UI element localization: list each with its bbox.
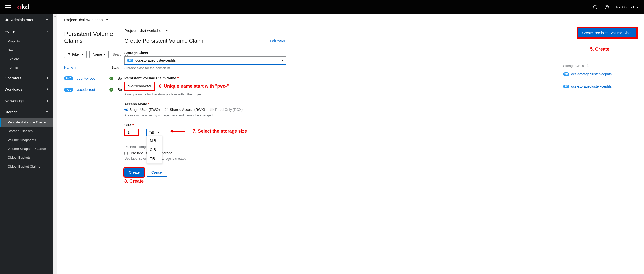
sc-link[interactable]: ocs-storagecluster-cephfs: [571, 72, 612, 76]
hamburger-icon[interactable]: [5, 5, 11, 9]
nav-volume-snapshots[interactable]: Volume Snapshots: [0, 135, 53, 144]
nav-operators[interactable]: Operators: [0, 72, 53, 84]
storage-class-dropdown[interactable]: SC ocs-storagecluster-cephfs: [124, 56, 286, 65]
nav-projects[interactable]: Projects: [0, 37, 53, 46]
pvc-badge: PVC: [64, 76, 73, 80]
size-unit-select[interactable]: TiB MiB GiB TiB: [146, 129, 162, 136]
nav-volume-snapshot-classes[interactable]: Volume Snapshot Classes: [0, 144, 53, 153]
bound-status-icon: [109, 77, 113, 80]
nav-pvc[interactable]: Persistent Volume Claims: [0, 118, 53, 127]
main-content: Project: dsri-workshop Persistent Volume…: [57, 14, 644, 274]
required-asterisk: *: [177, 76, 179, 80]
caret-down-icon: [103, 54, 105, 55]
sort-asc-icon: ↑: [75, 66, 76, 70]
annotation-7: 7. Select the storage size: [193, 129, 247, 134]
nav-storage[interactable]: Storage: [0, 106, 53, 118]
pvc-name-help: A unique name for the storage claim with…: [124, 92, 286, 96]
storage-class-help: Storage class for the new claim: [124, 66, 286, 70]
topbar: okd ? P70068971: [0, 0, 644, 14]
form-project-selector[interactable]: Project: dsri-workshop: [124, 28, 286, 33]
radio-rwx[interactable]: [165, 108, 168, 111]
caret-down-icon: [636, 7, 639, 8]
nav-object-buckets[interactable]: Object Buckets: [0, 153, 53, 162]
nav-explore[interactable]: Explore: [0, 55, 53, 63]
table-row: PVC ubuntu-root Bo: [64, 73, 122, 84]
chevron-right-icon: [47, 100, 48, 102]
nav-search[interactable]: Search: [0, 46, 53, 55]
help-icon[interactable]: ?: [605, 5, 609, 9]
chevron-down-icon: [46, 31, 48, 32]
chevron-down-icon: [46, 111, 48, 113]
pvc-name-input[interactable]: [124, 82, 155, 91]
list-toolbar: Filter Name: [64, 51, 122, 58]
name-filter-button[interactable]: Name: [89, 51, 109, 58]
user-label: P70068971: [616, 5, 634, 9]
pvc-link[interactable]: ubuntu-root: [77, 76, 95, 80]
plus-icon[interactable]: [593, 5, 597, 9]
required-asterisk: *: [148, 102, 149, 106]
use-label-selector-checkbox[interactable]: [124, 152, 128, 155]
page-title: Persistent Volume Claims: [64, 30, 122, 44]
table-header: Name↑ Statu: [64, 66, 122, 70]
bound-status-icon: [109, 88, 113, 92]
nav-events[interactable]: Events: [0, 63, 53, 72]
access-mode-rwo[interactable]: Single User (RWO): [124, 108, 160, 112]
col-storage-class-header[interactable]: Storage Class: [563, 64, 584, 68]
nav-home[interactable]: Home: [0, 26, 53, 37]
nav-workloads[interactable]: Workloads: [0, 84, 53, 95]
unit-option-gib[interactable]: GiB: [147, 145, 162, 154]
filter-button[interactable]: Filter: [64, 51, 87, 58]
user-menu[interactable]: P70068971: [616, 5, 639, 9]
scroll-up-icon[interactable]: [53, 14, 57, 18]
form-title: Create Persistent Volume Claim: [124, 38, 203, 44]
annotation-6: 6. Unique name start with "pvc-": [159, 84, 229, 89]
nav-storage-classes[interactable]: Storage Classes: [0, 127, 53, 135]
sidebar: Administrator Home Projects Search Explo…: [0, 14, 53, 274]
caret-down-icon: [106, 19, 108, 20]
list-column: Persistent Volume Claims Filter Name Nam…: [57, 26, 122, 184]
perspective-switcher[interactable]: Administrator: [0, 14, 53, 26]
unit-option-mib[interactable]: MiB: [147, 136, 162, 145]
form-column: Project: dsri-workshop Create Persistent…: [122, 26, 561, 184]
caret-down-icon: [281, 60, 283, 61]
access-mode-rox: Read Only (ROX): [210, 108, 243, 112]
nav-networking[interactable]: Networking: [0, 95, 53, 106]
kebab-menu[interactable]: [636, 72, 636, 76]
size-label: Size: [124, 123, 131, 127]
filter-icon: [68, 53, 71, 56]
access-mode-rwx[interactable]: Shared Access (RWX): [165, 108, 205, 112]
edit-yaml-link[interactable]: Edit YAML: [270, 39, 286, 43]
pvc-link[interactable]: vscode-root: [77, 88, 95, 92]
storage-class-row: SC ocs-storagecluster-cephfs: [563, 80, 636, 93]
chevron-right-icon: [47, 77, 48, 79]
sort-icon: ⇅: [586, 64, 589, 68]
storage-class-value: ocs-storagecluster-cephfs: [135, 58, 176, 62]
scrollbar-track[interactable]: [53, 14, 57, 274]
annotation-arrow-7: [170, 129, 185, 134]
create-pvc-button[interactable]: Create Persistent Volume Claim: [578, 28, 636, 37]
required-asterisk: *: [132, 123, 134, 127]
kebab-menu[interactable]: [636, 85, 636, 88]
create-button[interactable]: Create: [124, 168, 144, 177]
sc-badge: SC: [127, 59, 133, 62]
unit-menu: MiB GiB TiB: [147, 136, 162, 164]
table-row: PVC vscode-root Bo: [64, 84, 122, 95]
storage-class-label: Storage Class: [124, 51, 286, 55]
storage-class-row: SC ocs-storagecluster-cephfs: [563, 68, 636, 80]
annotation-5: 5. Create: [563, 47, 636, 52]
col-name-header[interactable]: Name↑: [64, 66, 76, 70]
topbar-right: ? P70068971: [593, 5, 639, 9]
access-mode-label: Access Mode: [124, 102, 147, 106]
col-status-header[interactable]: Statu: [112, 66, 119, 70]
cancel-button[interactable]: Cancel: [147, 168, 167, 177]
project-bar[interactable]: Project: dsri-workshop: [57, 14, 644, 26]
nav-object-bucket-claims[interactable]: Object Bucket Claims: [0, 162, 53, 171]
pvc-name-label: Persistent Volume Claim Name: [124, 76, 176, 80]
pvc-badge: PVC: [64, 88, 73, 92]
unit-option-tib[interactable]: TiB: [147, 154, 162, 163]
size-input[interactable]: [124, 129, 139, 136]
sc-link[interactable]: ocs-storagecluster-cephfs: [571, 84, 612, 88]
caret-down-icon: [46, 19, 48, 20]
status-text: Bo: [118, 88, 122, 92]
radio-rwo[interactable]: [124, 108, 128, 111]
